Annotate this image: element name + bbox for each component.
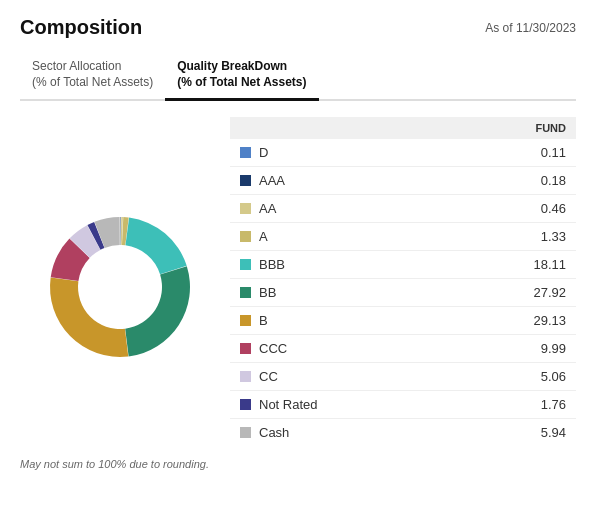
row-value: 0.11 [438,139,576,167]
donut-segment [120,217,121,245]
row-label-text: D [259,145,268,160]
row-value: 0.46 [438,195,576,223]
row-value: 27.92 [438,279,576,307]
table-row: CCC9.99 [230,335,576,363]
row-label: AA [230,195,438,222]
color-indicator [240,315,251,326]
footnote: May not sum to 100% due to rounding. [20,458,576,470]
table-row: B29.13 [230,307,576,335]
table-row: Cash5.94 [230,419,576,447]
row-label: CCC [230,335,438,362]
table-row: CC5.06 [230,363,576,391]
row-label-text: AAA [259,173,285,188]
main-content: FUND D0.11AAA0.18AA0.46A1.33BBB18.11BB27… [20,117,576,446]
row-label-text: Not Rated [259,397,318,412]
color-indicator [240,147,251,158]
row-label-text: BBB [259,257,285,272]
color-indicator [240,399,251,410]
table-row: BB27.92 [230,279,576,307]
tab-bar: Sector Allocation (% of Total Net Assets… [20,53,576,101]
row-value: 5.06 [438,363,576,391]
row-label: Cash [230,419,438,446]
tab-quality-breakdown[interactable]: Quality BreakDown (% of Total Net Assets… [165,53,318,101]
table-row: AAA0.18 [230,167,576,195]
row-label-text: Cash [259,425,289,440]
donut-chart [30,197,210,377]
as-of-date: As of 11/30/2023 [485,21,576,35]
donut-chart-area [20,117,220,446]
label-column-header [230,117,438,139]
donut-segment [50,277,128,356]
table-row: BBB18.11 [230,251,576,279]
row-label-text: CC [259,369,278,384]
color-indicator [240,371,251,382]
row-label: BBB [230,251,438,278]
donut-segment [125,266,190,356]
row-label-text: B [259,313,268,328]
color-indicator [240,287,251,298]
row-label: Not Rated [230,391,438,418]
table-row: A1.33 [230,223,576,251]
row-label: CC [230,363,438,390]
table-row: Not Rated1.76 [230,391,576,419]
page-title: Composition [20,16,142,39]
row-value: 29.13 [438,307,576,335]
table-row: AA0.46 [230,195,576,223]
color-indicator [240,427,251,438]
page-header: Composition As of 11/30/2023 [20,16,576,39]
row-label: A [230,223,438,250]
row-label: AAA [230,167,438,194]
row-label-text: AA [259,201,276,216]
row-value: 0.18 [438,167,576,195]
row-label-text: CCC [259,341,287,356]
row-label: D [230,139,438,166]
row-value: 9.99 [438,335,576,363]
row-value: 5.94 [438,419,576,447]
donut-segment [125,217,186,274]
tab-sector-allocation[interactable]: Sector Allocation (% of Total Net Assets… [20,53,165,99]
row-label: BB [230,279,438,306]
row-value: 1.33 [438,223,576,251]
color-indicator [240,231,251,242]
table-row: D0.11 [230,139,576,167]
data-table-area: FUND D0.11AAA0.18AA0.46A1.33BBB18.11BB27… [230,117,576,446]
color-indicator [240,203,251,214]
allocation-table: FUND D0.11AAA0.18AA0.46A1.33BBB18.11BB27… [230,117,576,446]
row-value: 18.11 [438,251,576,279]
fund-column-header: FUND [438,117,576,139]
row-label-text: BB [259,285,276,300]
color-indicator [240,343,251,354]
color-indicator [240,259,251,270]
color-indicator [240,175,251,186]
row-label: B [230,307,438,334]
row-value: 1.76 [438,391,576,419]
row-label-text: A [259,229,268,244]
